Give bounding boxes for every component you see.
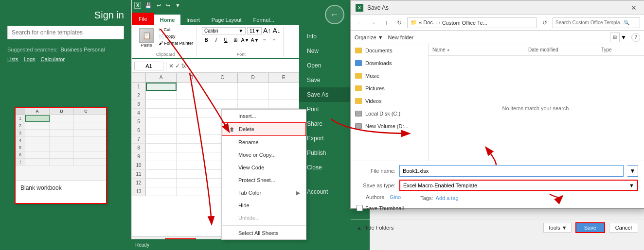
- nav-music[interactable]: Music: [351, 69, 428, 82]
- refresh-btn[interactable]: ↺: [539, 17, 550, 28]
- hide-folders-button[interactable]: ▲ Hide Folders: [357, 225, 394, 231]
- paste-button[interactable]: 📋 Paste: [137, 27, 156, 49]
- italic-button[interactable]: I: [212, 35, 220, 44]
- context-menu-view-code[interactable]: View Code: [222, 161, 306, 174]
- bold-button[interactable]: B: [202, 35, 211, 44]
- nav-downloads[interactable]: Downloads: [351, 57, 428, 69]
- col-header-type[interactable]: Type: [601, 47, 640, 52]
- align-center-button[interactable]: ≡: [270, 35, 279, 44]
- increase-font-btn[interactable]: A↑: [263, 27, 271, 34]
- redo-btn[interactable]: ↪: [164, 2, 172, 9]
- save-quick-btn[interactable]: 💾: [143, 2, 153, 9]
- confirm-formula-icon[interactable]: ✓: [175, 63, 180, 69]
- nav-forward-btn[interactable]: →: [368, 17, 378, 28]
- search-templates-input[interactable]: [12, 29, 120, 36]
- align-left-button[interactable]: ≡: [260, 35, 269, 44]
- dialog-toolbar: Organize ▼ New folder ⊞ ▼ ?: [351, 31, 644, 44]
- save-thumbnail-label: Save Thumbnail: [365, 205, 404, 211]
- new-folder-button[interactable]: New folder: [388, 34, 414, 40]
- search-icon: 🔍: [624, 20, 629, 25]
- name-box[interactable]: A1: [134, 62, 163, 70]
- cut-button[interactable]: ✂ Cut: [158, 27, 194, 33]
- drive-icon: [355, 123, 362, 129]
- context-menu-hide[interactable]: Hide: [222, 199, 306, 212]
- ribbon-title-bar: X 💾 ↩ ↪ ▼: [132, 0, 299, 11]
- tools-button[interactable]: Tools ▼: [543, 223, 572, 233]
- cell-e1[interactable]: [268, 83, 299, 91]
- file-tab[interactable]: File: [132, 13, 154, 25]
- context-menu-rename[interactable]: Rename: [222, 136, 306, 149]
- fill-color-button[interactable]: A▼: [241, 35, 250, 44]
- help-button[interactable]: ?: [631, 33, 640, 42]
- context-menu-move-copy[interactable]: Move or Copy...: [222, 149, 306, 161]
- formula-icons: ✕ ✓ fx: [169, 63, 186, 69]
- save-thumbnail-row: Save Thumbnail: [357, 205, 638, 211]
- cell-d1[interactable]: [238, 83, 268, 91]
- file-menu-back-btn[interactable]: ←: [325, 5, 344, 24]
- cell-b1[interactable]: [177, 83, 207, 91]
- page-layout-tab[interactable]: Page Layout: [206, 15, 248, 25]
- font-color-button[interactable]: A▼: [250, 35, 259, 44]
- formula-bar: A1 ✕ ✓ fx: [132, 59, 299, 73]
- folder-icon: [355, 73, 362, 79]
- underline-button[interactable]: U: [221, 35, 230, 44]
- tags-input[interactable]: Add a tag: [436, 195, 459, 201]
- decrease-font-btn[interactable]: A↓: [272, 27, 280, 34]
- ribbon-tab-bar: File Home Insert Page Layout Formul...: [132, 11, 299, 25]
- home-tab[interactable]: Home: [154, 15, 181, 25]
- dialog-close-button[interactable]: ✕: [628, 2, 639, 13]
- suggested-links: Lists Logs Calculator: [0, 55, 131, 64]
- insert-function-icon[interactable]: fx: [181, 63, 186, 69]
- tags-label: Tags:: [420, 195, 433, 201]
- context-menu-insert[interactable]: Insert...: [222, 110, 306, 122]
- context-menu-tab-color[interactable]: Tab Color ▶: [222, 186, 306, 199]
- filename-dropdown[interactable]: ▼: [627, 165, 638, 177]
- organize-button[interactable]: Organize ▼: [355, 34, 383, 40]
- copy-button[interactable]: 📄 Copy: [158, 33, 194, 39]
- col-header-name[interactable]: Name ▲: [432, 47, 528, 52]
- customize-btn[interactable]: ▼: [174, 2, 182, 9]
- search-templates-box[interactable]: [7, 26, 124, 39]
- cell-a1[interactable]: [146, 83, 177, 91]
- authors-value[interactable]: Gino: [390, 194, 401, 200]
- search-box[interactable]: 🔍: [553, 17, 640, 28]
- save-button[interactable]: Save: [575, 222, 605, 233]
- nav-recent-btn[interactable]: ↻: [394, 17, 405, 28]
- cell-c1[interactable]: [207, 83, 238, 91]
- save-thumbnail-checkbox[interactable]: [357, 205, 363, 211]
- blank-workbook-card[interactable]: A B C 1 2 3 4 5 6 7 Blank workbook: [15, 107, 107, 204]
- folder-icon: [355, 60, 362, 66]
- font-name-selector[interactable]: Calibri▼: [202, 27, 246, 34]
- nav-new-volume[interactable]: New Volume (D:...: [351, 120, 428, 133]
- nav-pictures[interactable]: Pictures: [351, 82, 428, 95]
- grid-row-1: 1: [132, 83, 299, 91]
- col-header-date[interactable]: Date modified: [528, 47, 601, 52]
- address-path[interactable]: 📁 « Doc... › Custom Office Te...: [407, 17, 537, 28]
- cancel-formula-icon[interactable]: ✕: [169, 63, 174, 69]
- folder-icon: [355, 98, 362, 104]
- context-menu-delete[interactable]: 🗑 Delete: [222, 122, 306, 136]
- context-menu-select-all[interactable]: Select All Sheets: [222, 227, 306, 239]
- nav-documents[interactable]: Documents: [351, 44, 428, 57]
- nav-videos[interactable]: Videos: [351, 95, 428, 107]
- filename-input[interactable]: [399, 165, 624, 177]
- font-size-selector[interactable]: 11▼: [247, 27, 262, 34]
- context-menu-protect[interactable]: Protect Sheet...: [222, 174, 306, 186]
- search-input[interactable]: [555, 20, 624, 25]
- filetype-selector[interactable]: Excel Macro-Enabled Template ▼: [399, 180, 638, 191]
- formula-divider: [166, 62, 166, 70]
- nav-up-btn[interactable]: ↑: [381, 17, 392, 28]
- formula-tab[interactable]: Formul...: [248, 15, 280, 25]
- grid-col-headers: A B C D E: [132, 73, 299, 83]
- insert-tab[interactable]: Insert: [180, 15, 206, 25]
- filename-row: File name: ▼: [357, 165, 638, 177]
- undo-btn[interactable]: ↩: [155, 2, 162, 9]
- view-button[interactable]: ⊞ ▼: [610, 33, 626, 42]
- formula-input[interactable]: [186, 62, 297, 70]
- cancel-button[interactable]: Cancel: [609, 223, 638, 233]
- border-button[interactable]: ⊞: [231, 35, 240, 44]
- workbook-preview: A B C 1 2 3 4 5 6 7: [16, 108, 106, 181]
- format-painter-button[interactable]: 🖌 Format Painter: [158, 40, 194, 46]
- nav-local-disk[interactable]: Local Disk (C:): [351, 107, 428, 120]
- dialog-excel-icon: X: [356, 4, 363, 12]
